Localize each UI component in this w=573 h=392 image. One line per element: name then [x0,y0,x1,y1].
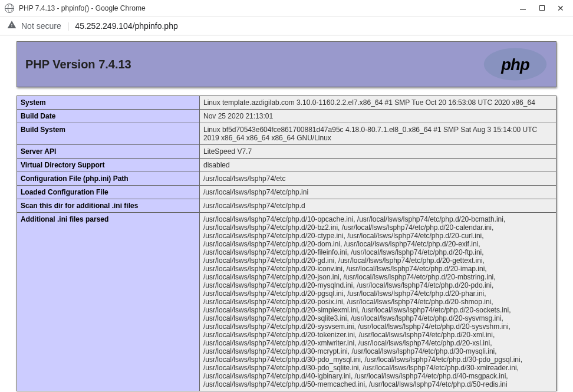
table-row: Configuration File (php.ini) Path/usr/lo… [17,172,556,186]
phpinfo-tbody: SystemLinux template.azdigilab.com 3.10.… [17,96,556,391]
config-key: Virtual Directory Support [17,159,200,172]
config-value: Nov 25 2020 21:13:01 [200,110,556,123]
config-key: Scan this dir for additional .ini files [17,199,200,213]
php-version-header: PHP Version 7.4.13 php [17,41,556,87]
table-row: Build DateNov 25 2020 21:13:01 [17,110,556,123]
config-key: Build System [17,123,200,145]
config-key: Loaded Configuration File [17,186,200,199]
config-value: LiteSpeed V7.7 [200,145,556,159]
close-button[interactable]: ✕ [556,4,565,12]
table-row: Loaded Configuration File/usr/local/lsws… [17,186,556,199]
table-row: Server APILiteSpeed V7.7 [17,145,556,159]
config-key: Server API [17,145,200,159]
config-value: disabled [200,159,556,172]
config-value: Linux template.azdigilab.com 3.10.0-1160… [200,96,556,110]
globe-icon [5,4,14,13]
table-row: SystemLinux template.azdigilab.com 3.10.… [17,96,556,110]
security-text: Not secure [21,21,61,31]
window-controls: ✕ [519,4,568,12]
config-value: /usr/local/lsws/lsphp74/etc/php.d [200,199,556,213]
url-text: 45.252.249.104/phpinfo.php [75,21,177,31]
page-title: PHP Version 7.4.13 [25,58,131,71]
config-value: /usr/local/lsws/lsphp74/etc [200,172,556,186]
window-title: PHP 7.4.13 - phpinfo() - Google Chrome [19,4,519,12]
address-divider: | [67,21,70,31]
config-value: /usr/local/lsws/lsphp74/etc/php.d/10-opc… [200,213,556,391]
table-row: Scan this dir for additional .ini files/… [17,199,556,213]
php-logo-icon: php [483,47,548,82]
page-content: PHP Version 7.4.13 php SystemLinux templ… [0,35,573,391]
config-key: Configuration File (php.ini) Path [17,172,200,186]
table-row: Virtual Directory Supportdisabled [17,159,556,172]
config-value: Linux bf5d70543e604fce861700881d47a95c 4… [200,123,556,145]
maximize-button[interactable] [538,4,546,12]
address-bar[interactable]: Not secure | 45.252.249.104/phpinfo.php [0,17,573,35]
window-titlebar: PHP 7.4.13 - phpinfo() - Google Chrome ✕ [0,0,573,17]
minimize-button[interactable] [519,4,527,12]
config-key: Additional .ini files parsed [17,213,200,391]
svg-text:php: php [500,55,529,74]
config-key: System [17,96,200,110]
table-row: Additional .ini files parsed/usr/local/l… [17,213,556,391]
table-row: Build SystemLinux bf5d70543e604fce861700… [17,123,556,145]
warning-icon [7,20,17,31]
phpinfo-table: SystemLinux template.azdigilab.com 3.10.… [17,95,556,391]
config-value: /usr/local/lsws/lsphp74/etc/php.ini [200,186,556,199]
config-key: Build Date [17,110,200,123]
